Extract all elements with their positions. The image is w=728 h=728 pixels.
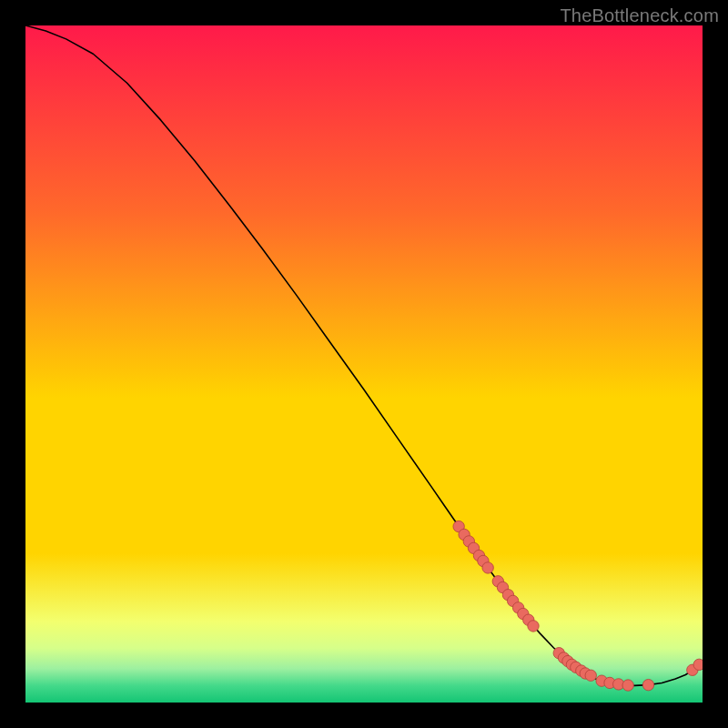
data-marker	[585, 670, 596, 681]
bottleneck-chart	[25, 25, 703, 703]
gradient-background	[25, 25, 703, 703]
data-marker	[528, 621, 539, 632]
data-marker	[622, 680, 633, 691]
plot-area	[25, 25, 703, 703]
watermark-label: TheBottleneck.com	[560, 5, 719, 26]
data-marker	[642, 679, 653, 690]
data-marker	[482, 562, 493, 573]
data-marker	[693, 659, 703, 670]
chart-frame: TheBottleneck.com	[0, 0, 728, 728]
